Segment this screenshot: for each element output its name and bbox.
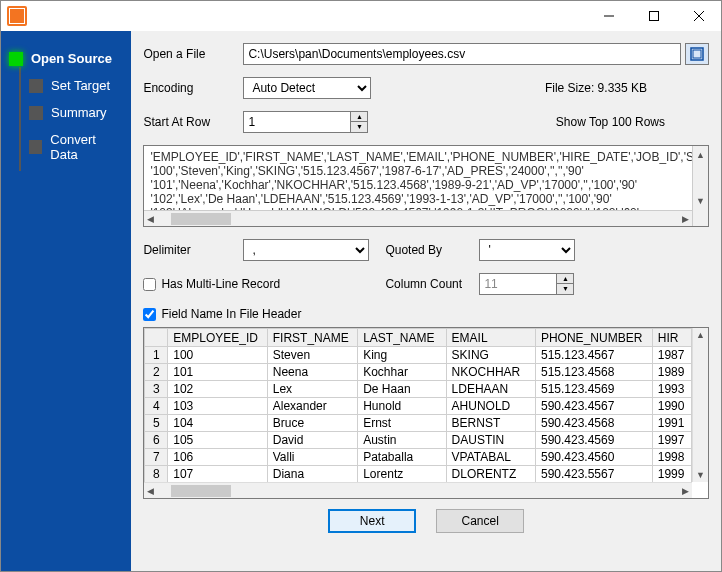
delimiter-select[interactable]: , [243,239,369,261]
column-header[interactable]: FIRST_NAME [267,329,357,347]
start-row-label: Start At Row [143,115,243,129]
column-count-label: Column Count [369,277,479,291]
table-row[interactable]: 6105DavidAustinDAUSTIN590.423.45691997 [145,432,692,449]
cancel-button[interactable]: Cancel [436,509,524,533]
grid-vscroll[interactable]: ▲▼ [692,328,708,482]
start-row-input[interactable] [243,111,351,133]
svg-rect-1 [649,12,658,21]
column-count-spinner[interactable]: ▲▼ [557,273,574,295]
table-row[interactable]: 2101NeenaKochharNKOCHHAR515.123.45681989 [145,364,692,381]
quoted-by-select[interactable]: ' [479,239,575,261]
step-summary[interactable]: Summary [1,99,131,126]
column-header[interactable]: LAST_NAME [358,329,446,347]
multi-line-label: Has Multi-Line Record [161,277,280,291]
table-row[interactable]: 4103AlexanderHunoldAHUNOLD590.423.456719… [145,398,692,415]
close-button[interactable] [676,1,721,31]
column-header[interactable]: PHONE_NUMBER [535,329,652,347]
step-open-source[interactable]: Open Source [1,45,131,72]
table-row[interactable]: 8107DianaLorentzDLORENTZ590.423.55671999 [145,466,692,483]
preview-hscroll[interactable]: ◀▶ [144,210,692,226]
show-rows-label: Show Top 100 Rows [556,115,709,129]
encoding-select[interactable]: Auto Detect [243,77,371,99]
browse-button[interactable] [685,43,709,65]
file-open-icon [690,47,704,61]
column-count-input [479,273,557,295]
app-icon [7,6,27,26]
table-row[interactable]: 3102LexDe HaanLDEHAAN515.123.45691993 [145,381,692,398]
file-size-label: File Size: 9.335 KB [545,81,709,95]
next-button[interactable]: Next [328,509,416,533]
table-row[interactable]: 7106ValliPataballaVPATABAL590.423.456019… [145,449,692,466]
grid-hscroll[interactable]: ◀▶ [144,482,692,498]
minimize-button[interactable] [586,1,631,31]
encoding-label: Encoding [143,81,243,95]
column-header[interactable]: HIR [652,329,691,347]
svg-rect-5 [693,50,701,58]
content-panel: Open a File Encoding Auto Detect File Si… [131,31,721,572]
wizard-sidebar: Open Source Set Target Summary Convert D… [1,31,131,572]
table-row[interactable]: 1100StevenKingSKING515.123.45671987 [145,347,692,364]
raw-preview: 'EMPLOYEE_ID','FIRST_NAME','LAST_NAME','… [143,145,709,227]
column-header[interactable]: EMAIL [446,329,535,347]
open-file-label: Open a File [143,47,243,61]
column-header[interactable]: EMPLOYEE_ID [168,329,267,347]
field-header-checkbox[interactable] [143,308,156,321]
file-path-input[interactable] [243,43,681,65]
field-header-label: Field Name In File Header [161,307,301,321]
preview-vscroll[interactable]: ▲▼ [692,146,708,226]
data-grid: EMPLOYEE_IDFIRST_NAMELAST_NAMEEMAILPHONE… [143,327,709,499]
step-set-target[interactable]: Set Target [1,72,131,99]
title-bar [1,1,721,31]
multi-line-checkbox[interactable] [143,278,156,291]
table-row[interactable]: 5104BruceErnstBERNST590.423.45681991 [145,415,692,432]
step-convert-data[interactable]: Convert Data [1,126,131,168]
quoted-by-label: Quoted By [369,243,479,257]
delimiter-label: Delimiter [143,243,243,257]
start-row-spinner[interactable]: ▲▼ [351,111,368,133]
maximize-button[interactable] [631,1,676,31]
